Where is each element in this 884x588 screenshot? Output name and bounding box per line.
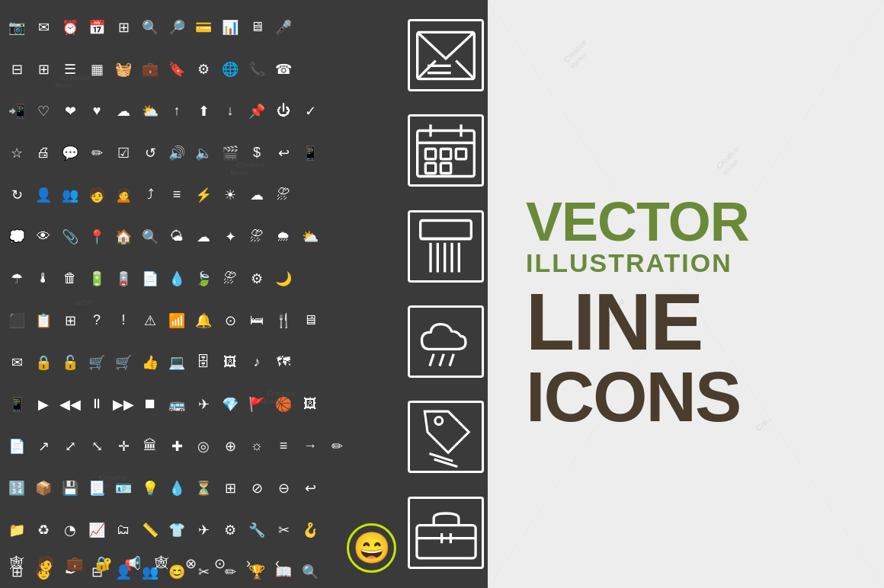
e10 [350, 90, 377, 132]
search-plus-icon: 🔍 [136, 6, 164, 48]
e20 [350, 216, 377, 257]
showcase-toolbox [408, 497, 484, 569]
share-icon: ⤴ [136, 174, 164, 216]
right-panel: CreativeMarket CreativeMarket CreativeMa… [488, 0, 884, 588]
sparkle-icon: ✦ [216, 216, 244, 257]
printer-icon: 🖨 [30, 132, 57, 174]
showcase-shredder [408, 210, 484, 283]
sun2-icon: ☼ [243, 425, 271, 467]
circle-icon: ◎ [190, 425, 217, 467]
zoom-icon: 🔍 [296, 551, 324, 588]
rows-icon: ≡ [270, 425, 297, 467]
document-icon: 📄 [136, 257, 164, 299]
e24 [350, 257, 377, 299]
cloud5-icon: 🌤 [163, 216, 191, 257]
phone2-icon: ☎ [270, 48, 297, 90]
illustration-text: ILLUSTRATION [526, 249, 846, 277]
list2-icon: ≡ [163, 174, 191, 216]
arrow-ne-icon: ↗ [30, 425, 57, 467]
download-icon: ↓ [216, 90, 244, 132]
envelope-svg [415, 29, 476, 82]
tag-svg [419, 407, 472, 468]
svg-point-24 [435, 417, 443, 425]
settings-icon: ⚙ [190, 48, 217, 90]
e31 [350, 341, 377, 383]
svg-line-1 [418, 60, 436, 78]
list-icon: ☰ [56, 48, 84, 90]
table2-icon: ▦ [83, 48, 110, 90]
circle2-icon: ⊙ [206, 542, 233, 584]
e7 [350, 48, 377, 90]
e36 [350, 425, 377, 467]
minus-icon: ⊖ [270, 467, 297, 509]
location-icon: 📍 [83, 216, 110, 257]
cross-icon: ✚ [163, 425, 191, 467]
refresh-icon: ↺ [136, 132, 164, 174]
chevron-l-icon: ‹ [264, 542, 291, 584]
copy-icon: 📋 [30, 299, 57, 341]
music-icon: ♪ [243, 341, 271, 383]
phone3-icon: 📱 [3, 383, 30, 425]
storm-icon: ⛈ [243, 216, 271, 257]
shredder-svg [415, 218, 476, 275]
edit-icon: ✏ [83, 132, 110, 174]
e27 [350, 299, 377, 341]
speaker-icon: 📢 [119, 542, 146, 584]
thumb-icon: 👍 [136, 341, 164, 383]
leaf-icon: 🍃 [190, 257, 217, 299]
collapse-icon: ⤡ [83, 425, 110, 467]
briefcase-icon: 💼 [136, 48, 164, 90]
id-icon: 🪪 [110, 467, 137, 509]
svg-rect-9 [425, 149, 435, 159]
icons-text: ICONS [526, 362, 846, 432]
moon-icon: 🌙 [270, 257, 297, 299]
globe-icon: 🌐 [216, 48, 244, 90]
cart2-icon: 🛒 [110, 341, 137, 383]
star-icon: ☆ [3, 132, 30, 174]
check2-icon: ☑ [110, 132, 137, 174]
pause-icon: ⏸ [83, 383, 110, 425]
svg-line-23 [450, 354, 453, 366]
e9 [323, 90, 351, 132]
lightning-icon: ⚡ [190, 174, 217, 216]
warning-icon: ⚠ [136, 299, 164, 341]
org-icon: 🕸 [3, 542, 30, 584]
empty3 [350, 6, 377, 48]
gem-icon: 💎 [216, 383, 244, 425]
hanger-icon: 🪝 [296, 509, 324, 551]
upload-icon: ↑ [163, 90, 191, 132]
e6 [323, 48, 351, 90]
drop-icon: 💧 [163, 467, 191, 509]
arrow2-icon: → [296, 425, 324, 467]
paperclip-icon: 📎 [56, 216, 84, 257]
mail-icon: ✉ [30, 6, 57, 48]
camera-icon: 📷 [3, 6, 30, 48]
showcase-envelope [408, 19, 484, 91]
clock-icon: ⊕ [216, 425, 244, 467]
chat-icon: 💬 [56, 132, 84, 174]
chevron-r-icon: › [235, 542, 262, 584]
monitor-icon: 🖥 [243, 6, 271, 48]
e38 [323, 467, 351, 509]
svg-rect-13 [440, 164, 450, 174]
toolbox-svg [414, 504, 479, 561]
cloud2-icon: ⛅ [136, 90, 164, 132]
notification-icon: 🔔 [190, 299, 217, 341]
basketball-icon: 🏀 [270, 383, 297, 425]
empty1 [296, 6, 324, 48]
e39 [350, 467, 377, 509]
plane-icon: ✈ [190, 383, 217, 425]
alarm-icon: ⏰ [56, 6, 84, 48]
extra-row: 🕸 🧑 💼 🔐 📢 🕸 ⊗ ⊙ › ‹ [3, 542, 291, 584]
columns-icon: ⊞ [216, 467, 244, 509]
map-icon: 🗺 [270, 341, 297, 383]
svg-rect-12 [425, 164, 435, 174]
e22 [296, 257, 324, 299]
phone-icon: 📞 [243, 48, 271, 90]
vector-text: VECTOR [526, 194, 846, 249]
table-icon: ⊞ [30, 48, 57, 90]
rewind-icon: ◀◀ [56, 383, 84, 425]
heart-icon: ♡ [30, 90, 57, 132]
pin-icon: 📌 [243, 90, 271, 132]
e13 [350, 132, 377, 174]
